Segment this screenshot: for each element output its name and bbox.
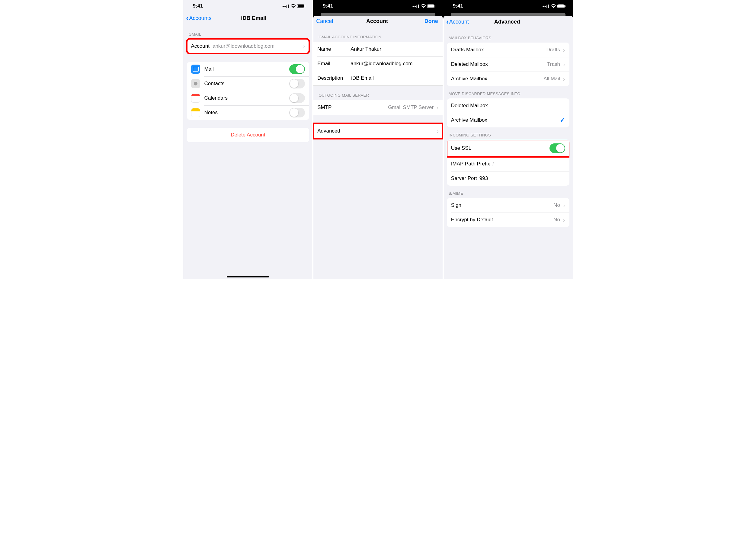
battery-icon xyxy=(427,4,436,8)
description-value: iDB Email xyxy=(351,75,439,81)
notes-row[interactable]: Notes xyxy=(187,105,310,120)
cellular-icon: ••ıl xyxy=(282,4,289,9)
cancel-button[interactable]: Cancel xyxy=(316,18,340,24)
status-time: 9:41 xyxy=(323,3,333,9)
mail-toggle[interactable] xyxy=(289,64,305,74)
section-header-smime: S/MIME xyxy=(443,186,573,198)
notes-icon xyxy=(191,108,200,117)
calendars-label: Calendars xyxy=(204,95,228,101)
mail-icon xyxy=(191,65,200,74)
done-button[interactable]: Done xyxy=(414,18,438,24)
cellular-icon: ••ıl xyxy=(412,4,419,9)
svg-rect-2 xyxy=(305,5,305,7)
archive-value: All Mail xyxy=(487,76,562,82)
wifi-icon xyxy=(551,4,556,8)
screen-account-overview: 9:41 ••ıl ‹ Accounts iDB Email GMAIL Acc… xyxy=(183,0,313,279)
server-port-row[interactable]: Server Port 993 xyxy=(447,171,569,186)
calendars-toggle[interactable] xyxy=(289,93,305,103)
sign-row[interactable]: Sign No › xyxy=(447,198,569,213)
incoming-group: Use SSL IMAP Path Prefix / Server Port 9… xyxy=(447,140,569,186)
chevron-right-icon: › xyxy=(562,202,565,209)
apps-group: Mail Contacts Calendars Notes xyxy=(187,62,310,120)
section-header-info: GMAIL ACCOUNT INFORMATION xyxy=(313,27,443,42)
imap-prefix-value: / xyxy=(490,161,494,167)
move-archive-label: Archive Mailbox xyxy=(451,117,487,123)
account-row[interactable]: Account ankur@idownloadblog.com › xyxy=(187,39,310,53)
chevron-right-icon: › xyxy=(435,104,439,111)
name-row[interactable]: Name Ankur Thakur xyxy=(313,42,443,56)
archive-mailbox-row[interactable]: Archive Mailbox All Mail › xyxy=(447,72,569,86)
description-row[interactable]: Description iDB Email xyxy=(313,71,443,85)
status-bar: 9:41 ••ıl xyxy=(443,0,573,12)
use-ssl-row[interactable]: Use SSL xyxy=(447,140,569,157)
move-deleted-label: Deleted Mailbox xyxy=(451,103,488,109)
drafts-mailbox-row[interactable]: Drafts Mailbox Drafts › xyxy=(447,43,569,57)
contacts-toggle[interactable] xyxy=(289,79,305,89)
notes-toggle[interactable] xyxy=(289,108,305,118)
sign-label: Sign xyxy=(451,202,461,208)
calendars-row[interactable]: Calendars xyxy=(187,91,310,105)
imap-prefix-row[interactable]: IMAP Path Prefix / xyxy=(447,157,569,171)
nav-bar: Cancel Account Done xyxy=(313,16,443,27)
screen-account-edit: 9:41 ••ıl Cancel Account Done GMAIL ACCO… xyxy=(313,0,443,279)
mailbox-behaviors-group: Drafts Mailbox Drafts › Deleted Mailbox … xyxy=(447,43,569,86)
smtp-value: Gmail SMTP Server xyxy=(332,105,435,111)
sheet-handle[interactable] xyxy=(321,13,435,16)
smtp-row[interactable]: SMTP Gmail SMTP Server › xyxy=(313,100,443,115)
move-deleted-row[interactable]: Deleted Mailbox xyxy=(447,98,569,113)
chevron-right-icon: › xyxy=(435,128,439,135)
battery-icon xyxy=(557,4,566,8)
move-archive-row[interactable]: Archive Mailbox ✓ xyxy=(447,113,569,127)
wifi-icon xyxy=(291,4,296,8)
delete-account-label: Delete Account xyxy=(231,132,265,138)
account-email: ankur@idownloadblog.com xyxy=(210,43,302,49)
chevron-right-icon: › xyxy=(562,61,565,68)
status-bar: 9:41 ••ıl xyxy=(183,0,313,12)
contacts-label: Contacts xyxy=(204,81,225,87)
server-port-label: Server Port xyxy=(451,176,477,182)
chevron-right-icon: › xyxy=(562,47,565,53)
use-ssl-label: Use SSL xyxy=(451,145,471,151)
archive-label: Archive Mailbox xyxy=(451,76,487,82)
screen-advanced: 9:41 ••ıl ‹ Account Advanced MAILBOX BEH… xyxy=(443,0,573,279)
deleted-mailbox-row[interactable]: Deleted Mailbox Trash › xyxy=(447,57,569,72)
chevron-right-icon: › xyxy=(302,43,305,50)
home-indicator[interactable] xyxy=(227,276,269,277)
svg-rect-4 xyxy=(428,5,434,8)
encrypt-row[interactable]: Encrypt by Default No › xyxy=(447,213,569,227)
encrypt-label: Encrypt by Default xyxy=(451,217,493,223)
svg-rect-1 xyxy=(298,5,304,8)
account-label: Account xyxy=(191,43,210,49)
use-ssl-toggle[interactable] xyxy=(549,143,565,153)
status-time: 9:41 xyxy=(453,3,463,9)
wifi-icon xyxy=(420,4,426,8)
deleted-label: Deleted Mailbox xyxy=(451,61,488,67)
contacts-row[interactable]: Contacts xyxy=(187,76,310,91)
sheet-backdrop xyxy=(443,12,573,16)
advanced-row[interactable]: Advanced › xyxy=(313,124,443,138)
smtp-label: SMTP xyxy=(317,105,332,111)
server-port-value: 993 xyxy=(477,176,488,182)
delete-account-button[interactable]: Delete Account xyxy=(187,128,310,142)
smime-group: Sign No › Encrypt by Default No › xyxy=(447,198,569,227)
account-group: Account ankur@idownloadblog.com › xyxy=(187,39,310,53)
mail-row[interactable]: Mail xyxy=(187,62,310,76)
deleted-value: Trash xyxy=(488,61,562,67)
contacts-icon xyxy=(191,79,200,88)
name-label: Name xyxy=(317,46,348,52)
cellular-icon: ••ıl xyxy=(542,4,549,9)
status-time: 9:41 xyxy=(193,3,203,9)
page-title: iDB Email xyxy=(200,15,308,21)
advanced-label: Advanced xyxy=(317,128,340,134)
sheet-handle[interactable] xyxy=(451,13,565,16)
chevron-right-icon: › xyxy=(562,76,565,82)
page-title: Advanced xyxy=(452,19,562,25)
smtp-group: SMTP Gmail SMTP Server › xyxy=(313,100,443,115)
email-row[interactable]: Email ankur@idownloadblog.com xyxy=(313,56,443,71)
email-value: ankur@idownloadblog.com xyxy=(348,61,439,67)
sign-value: No xyxy=(461,202,562,208)
description-label: Description xyxy=(317,75,351,81)
email-label: Email xyxy=(317,61,348,67)
chevron-left-icon: ‹ xyxy=(186,15,189,22)
advanced-group: Advanced › xyxy=(313,124,443,139)
